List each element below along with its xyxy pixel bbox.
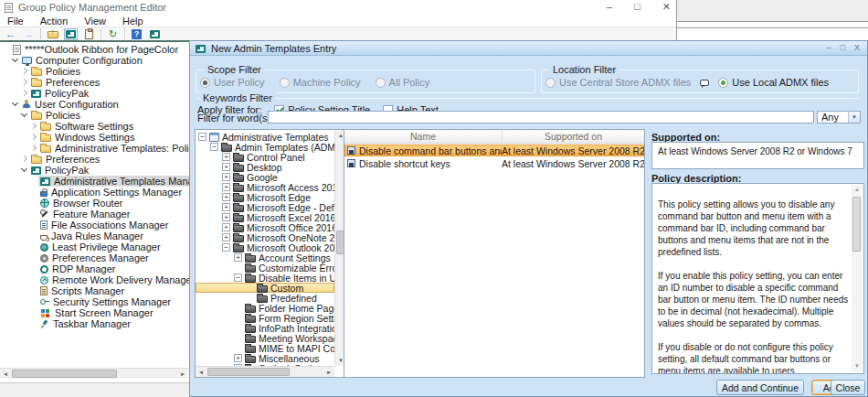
expander-icon[interactable] <box>20 67 29 76</box>
radio-icon <box>376 78 386 88</box>
close-icon[interactable]: ✕ <box>662 1 671 13</box>
admx-tree-item-google[interactable]: +Google <box>196 172 334 182</box>
scroll-down-icon[interactable]: ▼ <box>852 361 863 372</box>
forward-icon[interactable]: → <box>22 28 36 40</box>
expander-box-icon[interactable]: + <box>222 173 230 181</box>
column-supported-on[interactable]: Supported on <box>502 131 644 142</box>
menu-action[interactable]: Action <box>40 16 69 27</box>
expander-icon[interactable] <box>11 56 20 65</box>
maximize-icon[interactable]: □ <box>634 1 640 13</box>
admx-tree-item-administrative-templates[interactable]: −Administrative Templates <box>196 132 334 142</box>
expander-icon[interactable] <box>20 166 29 175</box>
admx-tree-item-microsoft-access-2016[interactable]: +Microsoft Access 2016 <box>196 182 334 192</box>
expander-box-icon[interactable]: + <box>222 193 230 201</box>
back-icon[interactable]: ← <box>4 28 17 40</box>
expander-box-icon[interactable]: + <box>234 354 242 362</box>
expander-box-icon[interactable]: − <box>234 274 242 282</box>
expander-box-icon[interactable]: + <box>234 253 242 262</box>
scroll-left-icon[interactable]: ◄ <box>196 367 206 378</box>
scrollbar-thumb[interactable] <box>852 197 861 252</box>
comment-bubble-icon[interactable] <box>700 80 709 86</box>
folder-dark-icon <box>257 295 268 303</box>
admx-tree-item-microsoft-office-2016[interactable]: +Microsoft Office 2016 <box>196 222 334 232</box>
expander-box-icon[interactable]: + <box>222 203 230 211</box>
expander-icon[interactable] <box>20 111 29 120</box>
expander-box-icon[interactable]: − <box>198 133 206 141</box>
admx-tree-item-microsoft-edge-default-settings[interactable]: +Microsoft Edge - Default Settings... <box>196 202 334 212</box>
radio-all-policy[interactable]: All Policy <box>376 77 430 88</box>
column-name[interactable]: Name <box>344 131 502 142</box>
match-mode-dropdown[interactable]: Any ▼ <box>817 111 861 123</box>
radio-central-store-admx[interactable]: Use Central Store ADMX files <box>545 77 691 88</box>
main-titlebar[interactable]: Group Policy Management Editor – □ ✕ <box>0 0 676 15</box>
minimize-icon[interactable]: – <box>607 1 612 13</box>
admx-tree-item-admin-templates-admx-files[interactable]: −Admin Templates (ADMX files) <box>196 142 334 152</box>
menu-file[interactable]: File <box>7 16 24 27</box>
expander-box-icon[interactable]: + <box>222 163 230 171</box>
expander-box-icon[interactable]: + <box>222 233 230 241</box>
admx-tree-item-microsoft-edge[interactable]: +Microsoft Edge <box>196 192 334 202</box>
scroll-left-icon[interactable]: ◄ <box>0 369 11 380</box>
properties-icon[interactable] <box>82 28 96 40</box>
dialog-minimize-icon[interactable]: – <box>827 43 831 52</box>
expander-icon[interactable] <box>29 144 38 153</box>
admx-tree-item-miscellaneous[interactable]: +Miscellaneous <box>196 353 334 363</box>
admx-tree-item-meeting-workspace[interactable]: Meeting Workspace <box>196 333 334 343</box>
admx-tree-item-desktop[interactable]: +Desktop <box>196 162 334 172</box>
policy-row-disable-command-bar-buttons-and-menu-items[interactable]: Disable command bar buttons and menu ite… <box>344 145 644 156</box>
expander-box-icon[interactable]: + <box>222 153 230 161</box>
radio-user-policy[interactable]: User Policy <box>200 77 265 88</box>
help-icon[interactable]: ? <box>130 28 143 40</box>
expander-icon[interactable] <box>29 122 38 131</box>
admx-tree-item-microsoft-outlook-2016[interactable]: −Microsoft Outlook 2016 <box>196 242 334 252</box>
expander-box-icon[interactable]: + <box>222 213 230 221</box>
remote-icon <box>40 276 48 284</box>
radio-local-admx[interactable]: Use Local ADMX files <box>718 77 829 88</box>
admx-tree-item-form-region-settings[interactable]: Form Region Settings <box>196 313 334 323</box>
admx-tree-item-mime-to-mapi-conversion[interactable]: MIME to MAPI Conversion <box>196 343 334 353</box>
filter-words-input[interactable] <box>268 111 814 123</box>
admx-tree-horizontal-scrollbar[interactable]: ◄ ► <box>196 366 334 377</box>
new-window-icon[interactable] <box>148 28 162 40</box>
admx-tree-item-control-panel[interactable]: +Control Panel <box>196 152 334 162</box>
admx-tree-item-microsoft-onenote-2016[interactable]: +Microsoft OneNote 2016 <box>196 232 334 242</box>
admx-tree-item-folder-home-pages-for-outlo[interactable]: Folder Home Pages for Outlo... <box>196 303 334 313</box>
scrollbar-thumb[interactable] <box>12 370 117 378</box>
admx-tree-item-disable-items-in-user-interface[interactable]: −Disable Items in User Interface <box>196 273 334 283</box>
expander-icon[interactable] <box>20 78 29 87</box>
scroll-right-icon[interactable]: ► <box>177 369 188 380</box>
scroll-up-icon[interactable]: ▲ <box>852 185 863 196</box>
expander-icon[interactable] <box>20 89 29 98</box>
menu-view[interactable]: View <box>84 16 106 27</box>
admx-tree-item-custom[interactable]: Custom <box>196 283 334 293</box>
description-scrollbar[interactable]: ▲ ▼ <box>852 185 863 372</box>
expander-icon[interactable] <box>29 133 38 142</box>
admx-tree-item-microsoft-excel-2016[interactable]: +Microsoft Excel 2016 <box>196 212 334 222</box>
dialog-titlebar[interactable]: New Admin Templates Entry – □ X <box>190 41 867 56</box>
expander-box-icon[interactable]: − <box>222 243 230 252</box>
admx-tree-item-infopath-integration[interactable]: InfoPath Integration <box>196 323 334 333</box>
scroll-right-icon[interactable]: ► <box>323 367 334 378</box>
add-and-continue-button[interactable]: Add and Continue <box>716 380 804 395</box>
close-button[interactable]: Close <box>831 380 865 395</box>
expander-icon[interactable] <box>20 155 29 164</box>
dialog-maximize-icon[interactable]: □ <box>841 43 845 52</box>
main-tree-horizontal-scrollbar[interactable]: ◄ ► <box>0 368 188 379</box>
chevron-down-icon[interactable]: ▼ <box>848 112 860 123</box>
menu-help[interactable]: Help <box>122 16 143 27</box>
refresh-icon[interactable]: ↻ <box>106 28 120 40</box>
up-one-level-icon[interactable] <box>46 28 59 40</box>
expander-box-icon[interactable]: + <box>222 183 230 191</box>
admx-tree-item-customizable-error-messages[interactable]: Customizable Error Messages <box>196 263 334 273</box>
expander-box-icon[interactable]: − <box>210 143 218 151</box>
expander-icon[interactable] <box>11 100 20 109</box>
policy-row-disable-shortcut-keys[interactable]: Disable shortcut keysAt least Windows Se… <box>344 157 644 169</box>
admx-tree-item-account-settings[interactable]: +Account Settings <box>196 252 334 263</box>
expander-box-icon[interactable]: + <box>222 223 230 231</box>
radio-machine-policy[interactable]: Machine Policy <box>280 77 361 88</box>
dialog-close-icon[interactable]: X <box>854 43 860 52</box>
admx-tree-item-predefined[interactable]: Predefined <box>196 293 334 303</box>
pp-icon <box>31 166 41 175</box>
scrollbar-thumb[interactable] <box>207 368 290 376</box>
show-console-tree-icon[interactable] <box>64 28 78 40</box>
